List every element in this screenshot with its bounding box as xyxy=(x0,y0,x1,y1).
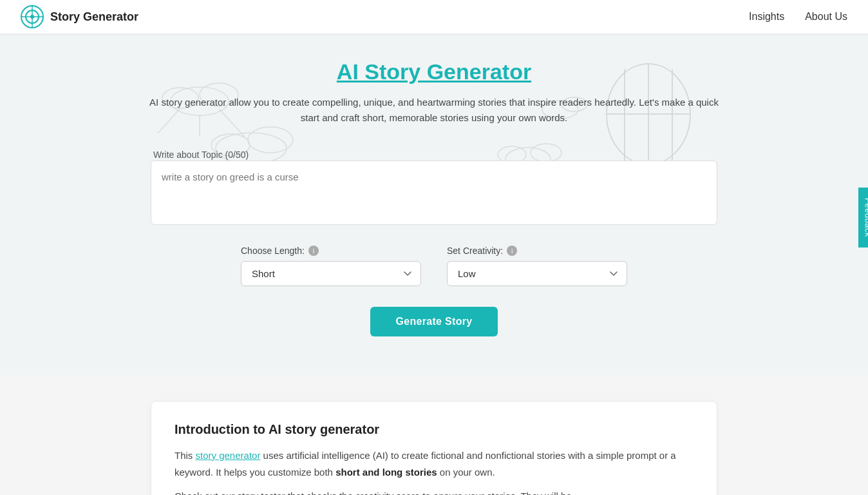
length-info-icon[interactable]: i xyxy=(308,246,319,256)
topic-textarea[interactable] xyxy=(151,160,717,225)
hero-section: AI Story Generator AI story generator al… xyxy=(13,59,855,126)
info-card-title: Introduction to AI story generator xyxy=(175,422,693,437)
navbar-link-insights[interactable]: Insights xyxy=(749,11,784,23)
hero-subtitle: AI story generator allow you to create c… xyxy=(144,95,724,126)
story-generator-link[interactable]: story generator xyxy=(196,450,261,461)
navbar: Story Generator Insights About Us xyxy=(0,0,868,34)
info-section: Introduction to AI story generator This … xyxy=(0,375,868,495)
info-bold-text: short and long stories xyxy=(335,467,437,478)
creativity-control-group: Set Creativity: i Low Medium High xyxy=(447,246,627,286)
length-select[interactable]: Short Medium Long xyxy=(241,261,421,286)
navbar-link-about-us[interactable]: About Us xyxy=(805,11,847,23)
info-paragraph1-end: on your own. xyxy=(437,467,495,478)
length-label: Choose Length: i xyxy=(241,246,421,256)
brand-logo-icon xyxy=(21,5,44,28)
svg-point-4 xyxy=(30,15,34,19)
creativity-select[interactable]: Low Medium High xyxy=(447,261,627,286)
feedback-tab[interactable]: Feedback xyxy=(858,188,869,248)
info-card-paragraph2: Check out our story tester that checks t… xyxy=(175,488,693,495)
info-card: Introduction to AI story generator This … xyxy=(151,401,717,495)
hero-title: AI Story Generator xyxy=(13,59,855,84)
navbar-links: Insights About Us xyxy=(749,11,847,23)
info-card-paragraph1: This story generator uses artificial int… xyxy=(175,447,693,480)
topic-label: Write about Topic (0/50) xyxy=(153,150,249,160)
length-control-group: Choose Length: i Short Medium Long xyxy=(241,246,421,286)
brand-logo-link[interactable]: Story Generator xyxy=(21,5,138,28)
brand-name: Story Generator xyxy=(50,10,138,24)
form-section: Write about Topic (0/50) Choose Length: … xyxy=(151,149,717,336)
creativity-label: Set Creativity: i xyxy=(447,246,627,256)
creativity-info-icon[interactable]: i xyxy=(507,246,517,256)
generate-story-button[interactable]: Generate Story xyxy=(370,307,498,336)
main-container: AI Story Generator AI story generator al… xyxy=(0,34,868,375)
info-paragraph1-before-link: This xyxy=(175,450,196,461)
controls-row: Choose Length: i Short Medium Long Set C… xyxy=(151,246,717,286)
